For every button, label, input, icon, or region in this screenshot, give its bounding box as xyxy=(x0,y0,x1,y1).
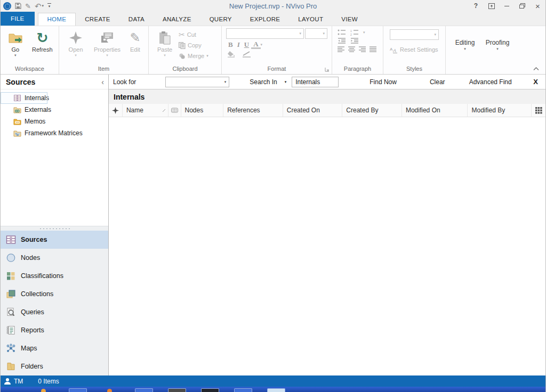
copy-button[interactable]: Copy xyxy=(179,40,208,51)
go-dropdown-icon[interactable]: ▾ xyxy=(14,53,17,58)
column-header-star[interactable] xyxy=(109,104,123,117)
nav-item-reports[interactable]: Reports xyxy=(1,321,108,339)
bold-button[interactable]: B xyxy=(226,40,235,49)
ribbon-display-options-button[interactable] xyxy=(484,0,499,12)
save-icon[interactable] xyxy=(15,3,21,9)
search-in-dropdown[interactable]: Search In ▾ xyxy=(250,78,286,86)
tab-layout[interactable]: LAYOUT xyxy=(289,13,332,26)
restore-button[interactable] xyxy=(515,0,530,12)
edit-quick-icon[interactable]: ✎ xyxy=(25,3,31,10)
nav-item-sources[interactable]: Sources xyxy=(1,231,108,249)
list-dropdown-icon[interactable]: ▾ xyxy=(363,30,365,35)
font-color-dropdown-icon[interactable]: ▾ xyxy=(261,43,263,47)
bullet-list-icon[interactable] xyxy=(338,29,346,36)
go-folder-icon xyxy=(8,29,23,46)
undo-dropdown-icon[interactable]: ▾ xyxy=(42,4,44,8)
align-right-icon[interactable] xyxy=(359,46,366,52)
clear-button[interactable]: Clear xyxy=(430,78,445,86)
undo-icon: ↶ xyxy=(35,3,42,10)
tree-item-externals[interactable]: Externals xyxy=(1,104,108,116)
tree-item-internals[interactable]: Internals xyxy=(1,92,47,104)
tab-file[interactable]: FILE xyxy=(1,12,35,26)
taskbar-app-button[interactable] xyxy=(168,388,186,392)
proofing-button[interactable]: Proofing ▾ xyxy=(483,38,512,51)
close-button[interactable]: × xyxy=(530,0,545,12)
tab-query[interactable]: QUERY xyxy=(200,13,241,26)
column-header-modified-by[interactable]: Modified By xyxy=(468,104,532,117)
paste-button[interactable]: Paste ▾ xyxy=(154,28,175,58)
column-header-nodes[interactable]: Nodes xyxy=(181,104,224,117)
align-left-icon[interactable] xyxy=(338,46,345,52)
cut-button[interactable]: ✂ Cut xyxy=(179,29,208,40)
tree-item-framework-matrices[interactable]: Framework Matrices xyxy=(1,127,108,139)
properties-button[interactable]: Properties ▾ xyxy=(92,28,122,58)
justify-icon[interactable] xyxy=(370,46,377,52)
editing-button[interactable]: Editing ▾ xyxy=(452,38,478,51)
taskbar-app-button[interactable] xyxy=(267,388,285,392)
nav-item-nodes[interactable]: Nodes xyxy=(1,249,108,267)
nvivo-app-icon[interactable] xyxy=(3,2,11,10)
font-name-combobox[interactable]: ▾ xyxy=(226,28,304,39)
tab-analyze[interactable]: ANALYZE xyxy=(154,13,200,26)
taskbar-app-button[interactable] xyxy=(135,388,153,392)
font-size-combobox[interactable]: ▾ xyxy=(305,28,327,39)
column-header-references[interactable]: References xyxy=(223,104,283,117)
column-header-modified-on[interactable]: Modified On xyxy=(402,104,468,117)
taskbar-app-button[interactable] xyxy=(234,388,252,392)
tree-item-memos[interactable]: Memos xyxy=(1,116,108,127)
merge-icon xyxy=(179,53,186,60)
search-scope-box[interactable]: Internals xyxy=(292,77,339,87)
open-button[interactable]: Open ▾ xyxy=(62,28,89,58)
editing-dropdown-icon[interactable]: ▾ xyxy=(464,47,466,51)
column-header-name[interactable]: Name xyxy=(123,104,168,117)
fill-color-icon[interactable] xyxy=(227,51,236,58)
help-button[interactable]: ? xyxy=(468,0,484,12)
list-view-empty-area[interactable] xyxy=(109,117,545,375)
tab-explore[interactable]: EXPLORE xyxy=(241,13,289,26)
style-combobox[interactable]: ▾ xyxy=(390,29,439,40)
sidebar-splitter-handle[interactable] xyxy=(1,226,108,231)
find-now-button[interactable]: Find Now xyxy=(370,78,397,86)
nav-item-collections[interactable]: Collections xyxy=(1,285,108,303)
line-style-icon[interactable] xyxy=(242,51,252,58)
minimize-button[interactable] xyxy=(499,0,515,12)
taskbar-app-button[interactable] xyxy=(69,388,87,392)
edit-button[interactable]: ✎ Edit xyxy=(125,28,145,53)
numbered-list-icon[interactable]: 12 xyxy=(350,29,359,36)
taskbar-app-icon[interactable] xyxy=(107,389,112,392)
format-dialog-launcher-icon[interactable] xyxy=(325,67,330,72)
taskbar-app-button[interactable] xyxy=(201,388,219,392)
tab-home[interactable]: HOME xyxy=(38,13,76,26)
collapse-ribbon-icon[interactable] xyxy=(533,67,539,71)
customize-toolbar-icon[interactable]: ▾ xyxy=(47,3,51,9)
go-button[interactable]: Go ▾ xyxy=(4,28,27,58)
column-header-created-on[interactable]: Created On xyxy=(283,104,343,117)
column-header-link[interactable] xyxy=(168,104,181,117)
nav-item-maps[interactable]: Maps xyxy=(1,339,108,357)
copy-icon xyxy=(179,42,186,49)
column-chooser-button[interactable] xyxy=(532,104,545,117)
collapse-sidebar-icon[interactable]: ‹ xyxy=(101,78,104,86)
tab-data[interactable]: DATA xyxy=(119,13,154,26)
advanced-find-button[interactable]: Advanced Find xyxy=(469,78,512,86)
proofing-dropdown-icon[interactable]: ▾ xyxy=(496,47,499,51)
merge-button[interactable]: Merge ▾ xyxy=(179,51,208,61)
nav-item-classifications[interactable]: Classifications xyxy=(1,267,108,285)
column-header-created-by[interactable]: Created By xyxy=(342,104,402,117)
nav-item-queries[interactable]: Queries xyxy=(1,303,108,321)
underline-button[interactable]: U xyxy=(242,40,251,49)
tab-create[interactable]: CREATE xyxy=(76,13,119,26)
undo-button[interactable]: ↶ ▾ xyxy=(35,3,44,10)
refresh-button[interactable]: ↻ Refresh xyxy=(29,28,55,53)
nav-item-folders[interactable]: Folders xyxy=(1,357,108,375)
increase-indent-icon[interactable] xyxy=(350,38,359,44)
font-color-button[interactable]: A xyxy=(251,41,260,49)
align-center-icon[interactable] xyxy=(348,46,356,52)
tab-view[interactable]: VIEW xyxy=(332,13,367,26)
look-for-combobox[interactable]: ▾ xyxy=(165,77,229,87)
close-find-bar-button[interactable]: X xyxy=(533,78,538,86)
reset-settings-button[interactable]: AA Reset Settings xyxy=(390,44,438,55)
decrease-indent-icon[interactable] xyxy=(338,38,346,44)
italic-button[interactable]: I xyxy=(235,40,242,49)
taskbar-app-icon[interactable] xyxy=(41,389,46,392)
